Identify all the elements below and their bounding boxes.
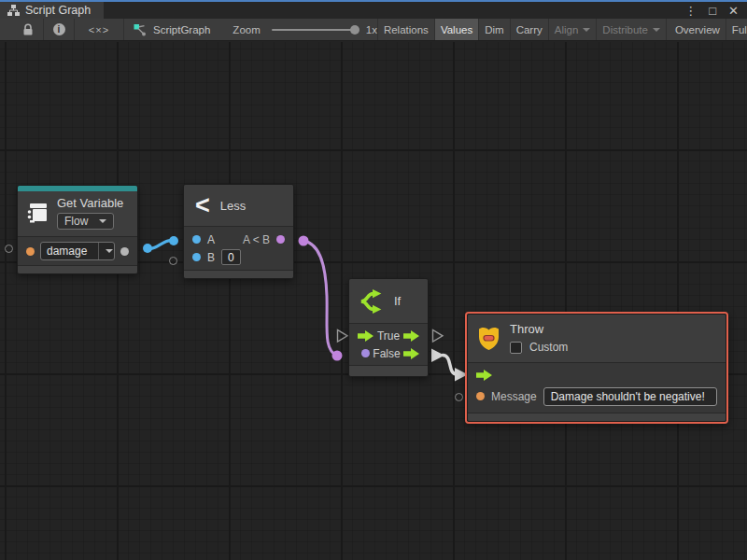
if-row-false: False (349, 344, 428, 365)
wire-less-to-if[interactable] (303, 241, 337, 356)
if-true-port-triangle[interactable] (433, 330, 444, 343)
true-output-port[interactable] (403, 330, 419, 342)
variable-name-select[interactable]: damage (40, 242, 115, 260)
node-less[interactable]: < Less A A < B B 0 (183, 184, 294, 279)
throw-message-row: Message Damage shouldn't be negative! (468, 384, 726, 413)
wire-endpoint-dot (169, 236, 178, 245)
node-footer (468, 413, 726, 421)
dim-button[interactable]: Dim (479, 19, 509, 40)
tab-title: Script Graph (25, 4, 91, 17)
if-row-true: True (349, 324, 428, 344)
carry-button[interactable]: Carry (511, 19, 548, 40)
flow-enter-port[interactable] (358, 330, 374, 342)
zoom-slider[interactable] (272, 29, 358, 31)
chevron-down-icon (653, 28, 660, 32)
custom-label: Custom (529, 341, 568, 354)
maximize-icon[interactable]: □ (709, 5, 716, 17)
close-icon[interactable]: ✕ (728, 5, 739, 17)
info-icon: i (53, 23, 65, 35)
get-variable-header: Get Variable Flow (18, 191, 137, 237)
variable-scope-dropdown[interactable]: Flow (57, 213, 114, 230)
distribute-dropdown-button[interactable]: Distribute (597, 19, 666, 40)
graph-name-label: ScriptGraph (153, 24, 210, 35)
node-title: Throw (510, 322, 568, 336)
less-b-relation-ring[interactable] (169, 257, 177, 265)
less-row-b: B 0 (184, 248, 293, 270)
node-title: Get Variable (57, 196, 123, 210)
zoom-value: 1x (366, 24, 377, 35)
align-dropdown-button[interactable]: Align (549, 19, 597, 40)
branch-icon (359, 288, 386, 315)
full-screen-button[interactable]: Full Screen (726, 19, 747, 40)
node-title: Less (220, 199, 246, 213)
less-header: < Less (184, 185, 293, 227)
comparison-output-port[interactable] (276, 235, 285, 244)
chevron-down-icon (583, 28, 590, 32)
node-get-variable[interactable]: Get Variable Flow damage (17, 185, 138, 274)
graph-toolbar: i <×> ScriptGraph Zoom 1x (0, 19, 747, 41)
tab-bar: Script Graph ⋮ □ ✕ (0, 0, 747, 19)
input-b-port[interactable] (192, 253, 201, 261)
menu-icon[interactable]: ⋮ (684, 5, 697, 17)
message-input-port[interactable] (476, 392, 485, 400)
throw-enter-row (468, 363, 726, 384)
throw-message-relation-ring[interactable] (455, 393, 463, 401)
overview-button[interactable]: Overview (669, 19, 726, 40)
chevron-down-icon (99, 219, 106, 223)
node-title: If (394, 294, 401, 308)
script-graph-icon (134, 23, 147, 36)
window-controls: ⋮ □ ✕ (684, 2, 747, 19)
zoom-slider-knob[interactable] (350, 25, 359, 35)
wire-endpoint-dot (299, 236, 309, 246)
false-output-port[interactable] (403, 348, 419, 359)
info-button[interactable]: i (44, 19, 74, 40)
custom-checkbox[interactable] (510, 342, 522, 354)
variable-icon (25, 201, 49, 225)
flow-wire-start-arrow (431, 349, 444, 363)
toolbar-left-group: i <×> (0, 19, 124, 40)
variable-value-output-port[interactable] (120, 247, 129, 256)
throw-header: Throw Custom (468, 315, 726, 363)
message-value-field[interactable]: Damage shouldn't be negative! (543, 387, 717, 406)
tab-script-graph[interactable]: Script Graph (0, 2, 104, 19)
input-b-value-field[interactable]: 0 (221, 249, 241, 265)
false-label: False (373, 347, 400, 360)
message-label: Message (491, 390, 537, 403)
csharp-preview-button[interactable]: <×> (75, 19, 123, 40)
condition-input-port[interactable] (361, 349, 370, 357)
flow-enter-port[interactable] (476, 370, 492, 381)
if-header: If (349, 279, 428, 324)
code-icon: <×> (89, 24, 109, 35)
input-b-label: B (207, 251, 215, 264)
relations-button[interactable]: Relations (378, 19, 434, 40)
toolbar-divider (123, 19, 124, 40)
script-graph-window: Script Graph ⋮ □ ✕ i <×> (0, 0, 747, 560)
get-variable-relation-ring[interactable] (5, 245, 13, 253)
node-if[interactable]: If True False (348, 278, 429, 377)
exception-shield-icon (477, 325, 500, 352)
graph-canvas[interactable]: Get Variable Flow damage < (0, 42, 747, 560)
wire-endpoint-dot (143, 244, 152, 253)
less-operator-icon: < (195, 193, 210, 218)
lock-icon (22, 23, 34, 36)
node-footer (349, 365, 428, 376)
node-throw[interactable]: Throw Custom Message Damage shouldn't be… (467, 314, 726, 422)
throw-selection-outline: Throw Custom Message Damage shouldn't be… (465, 312, 728, 424)
graph-breadcrumb[interactable]: ScriptGraph (134, 19, 210, 40)
less-row-a: A A < B (184, 227, 293, 248)
zoom-label: Zoom (233, 24, 260, 35)
zoom-control: Zoom 1x (233, 19, 377, 40)
values-button[interactable]: Values (435, 19, 478, 40)
wire-endpoint-dot (332, 351, 343, 361)
chevron-down-icon (106, 249, 113, 253)
variable-name-port[interactable] (26, 247, 35, 256)
wire-if-to-throw[interactable] (443, 356, 457, 375)
toolbar-divider (666, 19, 667, 40)
true-label: True (377, 329, 400, 343)
lock-button[interactable] (13, 19, 43, 40)
node-footer (184, 270, 293, 278)
graph-hierarchy-icon (7, 5, 20, 16)
if-enter-port-triangle[interactable] (338, 330, 348, 343)
input-a-port[interactable] (192, 235, 201, 244)
node-footer (18, 265, 137, 273)
